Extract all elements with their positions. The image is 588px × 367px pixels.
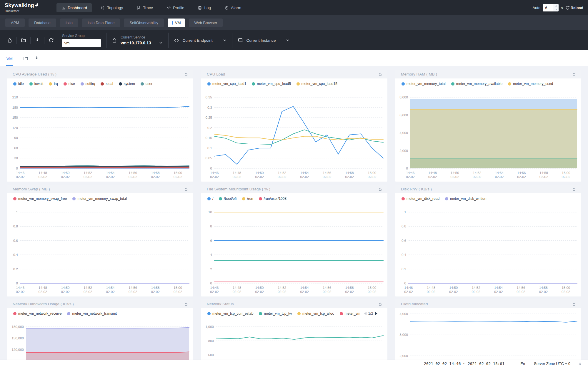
time-range-picker[interactable]: 2021-02-02 14:46 ~ 2021-02-02 15:01 — [424, 361, 504, 366]
legend-dot — [207, 82, 211, 86]
line-chart[interactable]: 1,000800600 — [201, 319, 387, 366]
svg-text:02-02: 02-02 — [539, 290, 548, 294]
legend-item[interactable]: meter_vm_tcp_tw — [259, 311, 292, 316]
lock-icon[interactable] — [184, 302, 188, 306]
server-zone-selector[interactable]: Server Zone UTC + 0 — [534, 361, 570, 366]
lock-icon[interactable] — [378, 302, 382, 306]
legend-item[interactable]: meter_vm_memory_used — [508, 82, 553, 86]
legend-item[interactable]: softirq — [81, 82, 95, 86]
line-chart[interactable]: 8,0006,0004,0002,000014:4602-0214:4802-0… — [395, 89, 581, 182]
lock-icon[interactable] — [378, 187, 382, 191]
svg-text:14:48: 14:48 — [233, 286, 241, 289]
auto-interval-input[interactable]: 6 — [543, 4, 559, 11]
legend-item[interactable]: meter_vm_memory_total — [402, 82, 446, 86]
folder-icon[interactable] — [20, 56, 31, 66]
page-pill-database[interactable]: Database — [29, 19, 56, 27]
nav-item-alarm[interactable]: Alarm — [220, 3, 246, 12]
legend-item[interactable]: meter_vm_network_transmit — [67, 311, 116, 316]
legend-item[interactable]: meter_vm_disk_written — [445, 197, 486, 201]
lock-icon[interactable] — [572, 302, 576, 306]
nav-item-profile[interactable]: Profile — [162, 3, 189, 12]
line-chart[interactable]: 180,000150,000120,000 — [7, 319, 193, 366]
svg-text:14:50: 14:50 — [61, 286, 70, 289]
reload-button[interactable]: Reload — [565, 6, 583, 10]
code-icon — [174, 38, 179, 43]
legend-item[interactable]: irq — [49, 82, 58, 86]
auto-interval-stepper[interactable] — [554, 4, 559, 11]
current-instance-select[interactable]: Current Instance — [238, 38, 290, 43]
pager-prev-icon[interactable] — [364, 312, 367, 315]
download-icon[interactable] — [31, 56, 42, 66]
legend-dot — [207, 312, 211, 315]
line-chart[interactable]: 108642014:4602-0214:4802-0214:5002-0214:… — [201, 204, 387, 296]
legend-item[interactable]: meter_vm_cpu_load15 — [297, 82, 337, 86]
lock-icon[interactable] — [184, 72, 188, 76]
legend-item[interactable]: /boot/efi — [219, 197, 236, 201]
service-group-input[interactable] — [62, 39, 101, 47]
current-endpoint-select[interactable]: Current Endpoint — [174, 38, 227, 43]
svg-text:02-02: 02-02 — [345, 175, 354, 179]
svg-text:60: 60 — [14, 146, 18, 150]
legend-item[interactable]: idle — [13, 82, 24, 86]
svg-text:0: 0 — [404, 281, 406, 285]
legend-item[interactable]: meter_vm_cpu_load1 — [207, 82, 246, 86]
current-service-select[interactable]: Current Service vm::10.170.0.13 — [112, 35, 163, 45]
svg-text:120,000: 120,000 — [11, 348, 24, 351]
instance-icon — [238, 38, 243, 43]
auto-interval-value: 6 — [543, 6, 554, 10]
nav-item-topology[interactable]: Topology — [96, 3, 128, 12]
page-pill-apm[interactable]: APM — [5, 19, 25, 27]
legend-item[interactable]: / — [207, 197, 213, 201]
legend-dot — [13, 82, 16, 86]
lock-icon[interactable] — [378, 72, 382, 76]
svg-text:15:00: 15:00 — [174, 286, 182, 289]
legend-item[interactable]: meter_vm_network_receive — [13, 311, 61, 316]
pager-next-icon[interactable] — [375, 312, 377, 315]
svg-text:14:56: 14:56 — [323, 286, 331, 289]
profile-icon — [166, 6, 171, 10]
legend-dot — [451, 82, 454, 86]
line-chart[interactable]: 4,0003,0002,000 — [395, 308, 581, 366]
legend-item[interactable]: meter_vm_tcp_alloc — [297, 311, 334, 316]
legend-item[interactable]: meter_vm_disk_read — [402, 197, 439, 201]
page-pill-vm[interactable]: VM — [168, 19, 185, 27]
lock-icon[interactable] — [572, 72, 576, 76]
line-chart[interactable]: 210180150120906030014:4602-0214:4802-021… — [7, 89, 193, 182]
tab-vm[interactable]: VM — [6, 56, 13, 66]
legend-item[interactable]: nice — [64, 82, 75, 86]
page-pill-istio-data-plane[interactable]: Istio Data Plane — [82, 19, 120, 27]
lock-icon[interactable] — [184, 187, 188, 191]
legend-item[interactable]: iowait — [29, 82, 44, 86]
legend-item[interactable]: steal — [101, 82, 113, 86]
legend-item[interactable]: meter_vm_memory_swap_free — [13, 197, 67, 201]
legend-item[interactable]: user — [141, 82, 152, 86]
nav-item-log[interactable]: Log — [193, 3, 216, 12]
current-instance-label: Current Instance — [246, 38, 276, 43]
page-pill-selfobservability[interactable]: SelfObservability — [124, 19, 164, 27]
brand-logo[interactable]: Skywalking Rocketbot — [5, 3, 39, 13]
legend-item[interactable]: system — [119, 82, 135, 86]
line-chart[interactable]: 10.80.60.40.2014:4602-0214:4802-0214:500… — [7, 204, 193, 296]
nav-item-dashboard[interactable]: Dashboard — [56, 3, 92, 12]
legend-item[interactable]: /run — [242, 197, 253, 201]
lock-icon[interactable] — [572, 187, 576, 191]
legend-item[interactable]: meter_vm — [340, 311, 360, 316]
import-template-button[interactable] — [17, 38, 30, 43]
legend-item[interactable]: meter_vm_memory_swap_total — [72, 197, 126, 201]
line-chart[interactable]: 0.350.30.250.20.150.10.05014:4602-0214:4… — [201, 89, 387, 182]
lock-template-button[interactable] — [3, 38, 16, 43]
svg-text:02-02: 02-02 — [300, 175, 309, 179]
legend-item[interactable]: /run/user/1008 — [259, 197, 286, 201]
nav-item-trace[interactable]: Trace — [132, 3, 158, 12]
export-template-button[interactable] — [31, 38, 44, 43]
svg-text:02-02: 02-02 — [368, 290, 376, 294]
legend-item[interactable]: meter_vm_memory_available — [451, 82, 502, 86]
page-pill-web-browser[interactable]: Web Browser — [189, 19, 223, 27]
page-pill-istio[interactable]: Istio — [60, 19, 78, 27]
line-chart[interactable]: 10.80.60.40.2014:4602-0214:4802-0214:500… — [395, 204, 581, 296]
legend-item[interactable]: meter_vm_tcp_curr_estab — [207, 311, 253, 316]
legend-item[interactable]: meter_vm_cpu_load5 — [252, 82, 291, 86]
language-selector[interactable]: En — [520, 361, 525, 366]
refresh-templates-button[interactable] — [44, 38, 58, 43]
zone-stepper[interactable] — [579, 362, 581, 365]
